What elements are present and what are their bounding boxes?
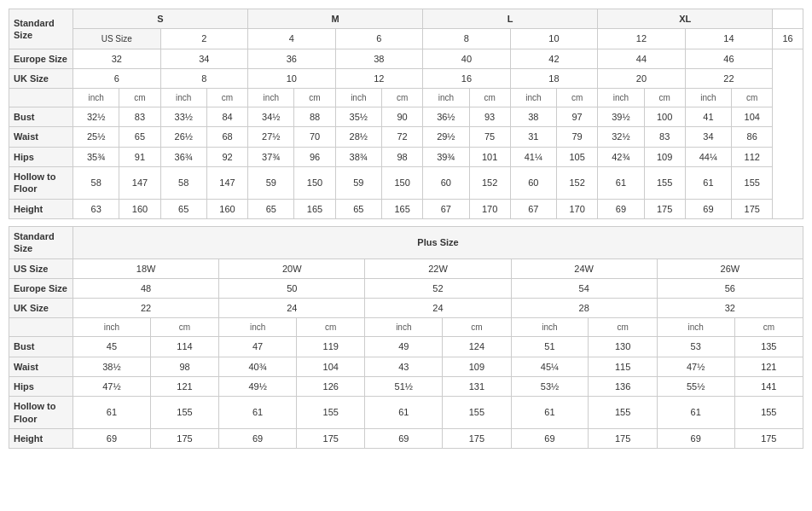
pw-1: 38½ <box>73 357 151 376</box>
hips-4: 92 <box>206 147 247 166</box>
unit-cm-4: cm <box>382 89 423 107</box>
phtf-4: 155 <box>297 397 365 429</box>
ph-5: 51½ <box>365 377 443 397</box>
bust-2: 83 <box>119 107 160 127</box>
pw-10: 121 <box>734 357 803 376</box>
europe-size-label2: Europe Size <box>9 278 73 298</box>
pw-9: 47½ <box>657 357 734 376</box>
phtf-8: 155 <box>589 397 657 429</box>
us-10: 10 <box>510 29 598 49</box>
l-header: L <box>423 9 598 29</box>
us-6: 6 <box>335 29 423 49</box>
h-4: 160 <box>206 199 247 218</box>
bust-13: 39½ <box>598 107 644 127</box>
hips-3: 36¾ <box>160 147 206 166</box>
htf-16: 155 <box>732 167 773 200</box>
unit-inch-5: inch <box>423 89 469 107</box>
htf-13: 61 <box>598 167 644 200</box>
bust-12: 97 <box>557 107 598 127</box>
p-unit-cm-3: cm <box>443 318 511 337</box>
ph-6: 131 <box>443 377 511 397</box>
waist-9: 29½ <box>423 127 469 147</box>
bust-7: 35½ <box>335 107 381 127</box>
bust-6: 88 <box>294 107 335 127</box>
plus-hips-label: Hips <box>9 377 73 397</box>
h-13: 69 <box>598 199 644 218</box>
h-10: 170 <box>469 199 510 218</box>
size-chart-container: Standard Size S M L XL US Size 2 4 6 8 1… <box>0 0 812 457</box>
us-26w: 26W <box>657 258 803 278</box>
h-8: 165 <box>382 199 423 218</box>
h-5: 65 <box>248 199 294 218</box>
unit-label <box>9 89 73 107</box>
ph-4: 126 <box>297 377 365 397</box>
unit-inch-6: inch <box>510 89 556 107</box>
pw-7: 45¼ <box>511 357 589 376</box>
waist-11: 31 <box>510 127 556 147</box>
p-unit-inch-2: inch <box>219 318 297 337</box>
phe-1: 69 <box>73 428 151 448</box>
bust-14: 100 <box>644 107 685 127</box>
waist-7: 28½ <box>335 127 381 147</box>
pw-8: 115 <box>589 357 657 376</box>
h-9: 67 <box>423 199 469 218</box>
unit-cm-8: cm <box>732 89 773 107</box>
unit-label2 <box>9 318 73 337</box>
us-12: 12 <box>598 29 686 49</box>
pb-5: 49 <box>365 337 443 357</box>
bust-11: 38 <box>510 107 556 127</box>
pb-2: 114 <box>150 337 218 357</box>
phtf-6: 155 <box>443 397 511 429</box>
ph-10: 141 <box>734 377 803 397</box>
us-2: 2 <box>160 29 248 49</box>
phtf-7: 61 <box>511 397 589 429</box>
unit-inch-1: inch <box>73 89 119 107</box>
phtf-1: 61 <box>73 397 151 429</box>
bust-9: 36½ <box>423 107 469 127</box>
bust-10: 93 <box>469 107 510 127</box>
phtf-2: 155 <box>150 397 218 429</box>
eu-44: 44 <box>598 49 686 68</box>
hips-14: 109 <box>644 147 685 166</box>
hips-15: 44¼ <box>685 147 731 166</box>
p-unit-inch-1: inch <box>73 318 151 337</box>
m-header: M <box>248 9 423 29</box>
standard-size-header2: Standard Size <box>9 226 73 258</box>
pb-1: 45 <box>73 337 151 357</box>
phtf-10: 155 <box>734 397 803 429</box>
us-22w: 22W <box>365 258 511 278</box>
htf-15: 61 <box>685 167 731 200</box>
p-unit-cm-4: cm <box>589 318 657 337</box>
uk-16: 16 <box>423 68 511 88</box>
us-24w: 24W <box>511 258 657 278</box>
uk-10: 10 <box>248 68 336 88</box>
p-unit-cm-1: cm <box>150 318 218 337</box>
hips-label: Hips <box>9 147 73 166</box>
uk-20: 20 <box>598 68 686 88</box>
htf-12: 152 <box>557 167 598 200</box>
waist-1: 25½ <box>73 127 119 147</box>
waist-6: 70 <box>294 127 335 147</box>
unit-cm-7: cm <box>644 89 685 107</box>
ph-9: 55½ <box>657 377 734 397</box>
p-unit-inch-5: inch <box>657 318 734 337</box>
s-header: S <box>73 9 248 29</box>
htf-14: 155 <box>644 167 685 200</box>
waist-2: 65 <box>119 127 160 147</box>
plus-waist-label: Waist <box>9 357 73 376</box>
phtf-3: 61 <box>219 397 297 429</box>
unit-inch-8: inch <box>685 89 731 107</box>
pb-4: 119 <box>297 337 365 357</box>
htf-2: 147 <box>119 167 160 200</box>
waist-5: 27½ <box>248 127 294 147</box>
waist-10: 75 <box>469 127 510 147</box>
htf-10: 152 <box>469 167 510 200</box>
hips-10: 101 <box>469 147 510 166</box>
pw-3: 40¾ <box>219 357 297 376</box>
us-size-label2: US Size <box>9 258 73 278</box>
p-unit-inch-3: inch <box>365 318 443 337</box>
phe-8: 175 <box>589 428 657 448</box>
phe-9: 69 <box>657 428 734 448</box>
htf-8: 150 <box>382 167 423 200</box>
hips-5: 37¾ <box>248 147 294 166</box>
